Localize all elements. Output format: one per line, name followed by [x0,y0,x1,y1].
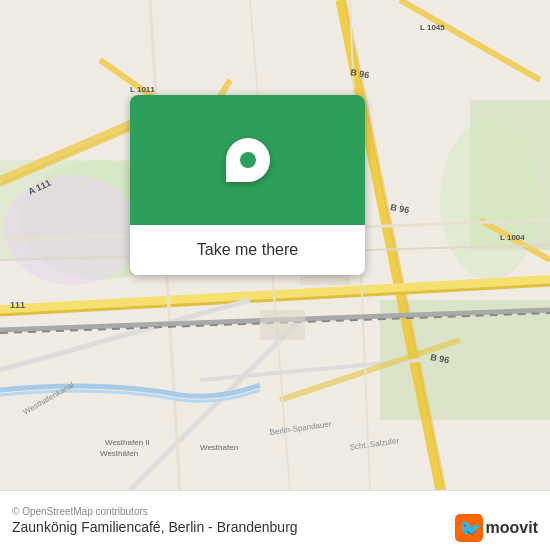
svg-point-6 [4,175,140,285]
svg-text:111: 111 [10,300,25,310]
moovit-logo: 🐦 moovit [455,514,538,542]
svg-point-5 [440,120,540,280]
svg-rect-45 [260,310,305,340]
location-pin-inner [236,149,259,172]
svg-text:🐦: 🐦 [459,518,482,540]
map-container: A 111 111 L 1011 L 1011 L 1045 L 1004 B … [0,0,550,490]
location-card: Take me there [130,95,365,275]
svg-text:Westhafen II: Westhafen II [105,438,150,447]
bottom-bar: © OpenStreetMap contributors Zaunkönig F… [0,490,550,550]
svg-text:Westhafen: Westhafen [200,443,238,452]
card-green-area [130,95,365,225]
svg-text:L 1011: L 1011 [130,85,155,94]
svg-text:L 1045: L 1045 [420,23,445,32]
card-button-area: Take me there [130,225,365,275]
svg-text:Westhäfen: Westhäfen [100,449,138,458]
location-pin-icon [226,138,270,182]
svg-text:L 1004: L 1004 [500,233,525,242]
pin-wrapper [216,129,278,191]
moovit-text: moovit [486,519,538,537]
take-me-there-button[interactable]: Take me there [146,237,349,263]
moovit-bird-icon: 🐦 [455,514,483,542]
